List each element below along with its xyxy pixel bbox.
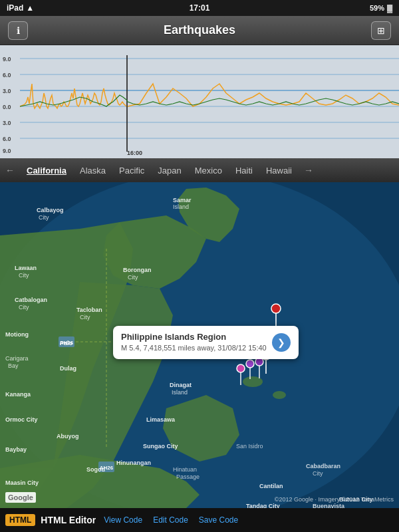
svg-text:City: City	[39, 214, 49, 221]
chart-area: 9.0 6.0 3.0 0.0 3.0 6.0 9.0 16:00	[0, 45, 399, 158]
waveform-chart: 9.0 6.0 3.0 0.0 3.0 6.0 9.0 16:00	[0, 45, 399, 158]
popup-text: Philippine Islands Region M 5.4, 7,418,5…	[121, 331, 267, 354]
grid-icon: ⊞	[377, 25, 385, 36]
svg-text:Dinagat: Dinagat	[170, 382, 192, 388]
svg-point-65	[271, 304, 281, 313]
svg-text:City: City	[128, 274, 138, 281]
svg-text:Ormoc City: Ormoc City	[5, 416, 38, 423]
svg-text:Carigara: Carigara	[5, 355, 29, 362]
svg-point-73	[237, 364, 245, 372]
svg-text:San Isidro: San Isidro	[236, 443, 263, 450]
battery-icon: ▓	[387, 4, 392, 12]
tab-japan[interactable]: Japan	[151, 158, 188, 182]
wifi-icon: ▲	[26, 3, 34, 13]
tab-pacific[interactable]: Pacific	[112, 158, 151, 182]
svg-text:Catbalogan: Catbalogan	[15, 297, 47, 303]
svg-text:Cantilan: Cantilan	[259, 483, 283, 489]
svg-text:0.0: 0.0	[3, 104, 11, 110]
svg-text:Limasawa: Limasawa	[146, 416, 176, 423]
view-code-button[interactable]: View Code	[101, 514, 145, 526]
map-area[interactable]: AH26 AH26 Calbayog City Samar Island Bor…	[0, 182, 399, 508]
svg-rect-14	[126, 55, 128, 152]
svg-text:Calbayog: Calbayog	[37, 207, 64, 213]
tab-haiti[interactable]: Haiti	[229, 158, 259, 182]
svg-text:Palo: Palo	[60, 340, 73, 346]
nav-bar: ℹ Earthquakes ⊞	[0, 16, 399, 45]
next-region-button[interactable]: →	[299, 158, 319, 182]
svg-text:16:00: 16:00	[127, 150, 142, 156]
popup-arrow-button[interactable]: ❯	[272, 333, 291, 352]
svg-text:Tandag City: Tandag City	[246, 503, 280, 508]
svg-text:Hinatuan: Hinatuan	[173, 466, 197, 473]
svg-text:9.0: 9.0	[3, 148, 11, 154]
region-tabs: ← California Alaska Pacific Japan Mexico…	[0, 158, 399, 182]
svg-text:Cabadbaran: Cabadbaran	[306, 463, 340, 469]
editor-title: HTML Editor	[41, 515, 96, 525]
next-arrow-icon: →	[304, 165, 313, 176]
google-logo: Google	[5, 492, 36, 503]
svg-text:Borongan: Borongan	[123, 267, 152, 273]
svg-text:Baybay: Baybay	[5, 446, 27, 453]
info-icon: ℹ	[17, 25, 20, 36]
svg-text:Passage: Passage	[176, 473, 200, 480]
svg-text:City: City	[80, 314, 90, 321]
svg-point-69	[255, 358, 263, 366]
svg-text:Lawaan: Lawaan	[15, 265, 37, 271]
tab-california[interactable]: California	[20, 158, 73, 182]
info-popup: Philippine Islands Region M 5.4, 7,418,5…	[113, 326, 299, 359]
tab-hawaii[interactable]: Hawaii	[259, 158, 299, 182]
tab-mexico[interactable]: Mexico	[188, 158, 229, 182]
popup-arrow-icon: ❯	[277, 337, 285, 348]
svg-text:Abuyog: Abuyog	[57, 433, 79, 440]
battery-label: 59%	[370, 4, 384, 12]
svg-text:Sungao City: Sungao City	[143, 443, 178, 450]
prev-region-button[interactable]: ←	[0, 158, 20, 182]
nav-title: Earthquakes	[164, 23, 235, 37]
svg-text:3.0: 3.0	[3, 120, 11, 126]
save-code-button[interactable]: Save Code	[196, 514, 241, 526]
popup-title: Philippine Islands Region	[121, 331, 267, 343]
map-copyright: ©2012 Google · Imagery ©2012 TerraMetric…	[275, 496, 394, 503]
svg-text:Bay: Bay	[8, 362, 19, 369]
status-bar: iPad ▲ 17:01 59% ▓	[0, 0, 399, 16]
svg-text:City: City	[19, 304, 29, 311]
html-badge: HTML	[5, 514, 35, 526]
svg-text:City: City	[19, 272, 29, 279]
svg-point-19	[273, 391, 286, 399]
svg-text:Hinunangan: Hinunangan	[116, 460, 151, 466]
bottom-bar: HTML HTML Editor View Code Edit Code Sav…	[0, 508, 399, 532]
svg-text:Island: Island	[173, 203, 189, 210]
svg-text:Tacloban: Tacloban	[76, 307, 102, 313]
svg-text:Sogod: Sogod	[86, 466, 105, 473]
svg-text:Island: Island	[172, 389, 188, 396]
svg-text:Motiong: Motiong	[5, 331, 29, 338]
edit-code-button[interactable]: Edit Code	[150, 514, 191, 526]
tab-alaska[interactable]: Alaska	[73, 158, 112, 182]
info-button[interactable]: ℹ	[8, 21, 28, 40]
svg-text:Kananga: Kananga	[5, 391, 31, 398]
svg-text:3.0: 3.0	[3, 88, 11, 94]
status-left: iPad ▲	[7, 3, 34, 13]
status-right: 59% ▓	[370, 4, 392, 12]
carrier-label: iPad	[7, 3, 23, 13]
svg-text:6.0: 6.0	[3, 136, 11, 142]
svg-text:City: City	[313, 470, 323, 477]
svg-text:6.0: 6.0	[3, 72, 11, 78]
svg-point-71	[246, 360, 254, 368]
popup-detail: M 5.4, 7,418,551 miles away, 31/08/12 15…	[121, 343, 267, 353]
svg-text:Samar: Samar	[173, 197, 192, 203]
svg-text:Dulag: Dulag	[60, 365, 76, 372]
svg-text:Buenavista: Buenavista	[313, 503, 345, 508]
svg-text:Maasin City: Maasin City	[5, 479, 39, 486]
grid-button[interactable]: ⊞	[371, 21, 391, 40]
prev-arrow-icon: ←	[5, 165, 15, 176]
status-time: 17:01	[190, 3, 210, 13]
svg-text:9.0: 9.0	[3, 56, 11, 63]
